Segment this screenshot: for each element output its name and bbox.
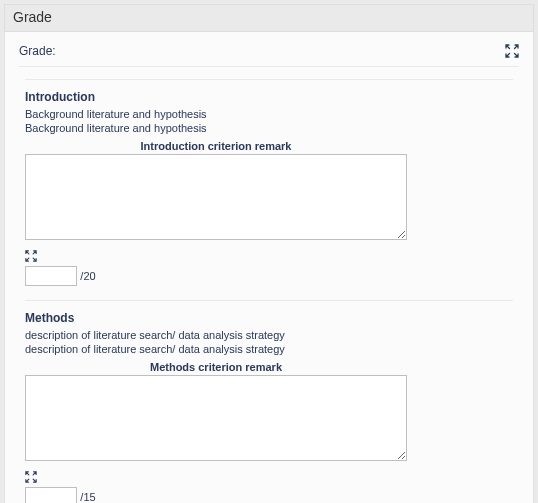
panel-header: Grade: [19,44,519,67]
criterion-description: description of literature search/ data a… [25,343,513,355]
criterion-description: Background literature and hypothesis [25,122,513,134]
remark-label: Methods criterion remark [25,361,407,373]
criterion-description: Background literature and hypothesis [25,108,513,120]
score-row: /20 [25,250,513,286]
criterion-section-introduction: Introduction Background literature and h… [25,79,513,300]
criterion-title: Introduction [25,90,513,104]
criterion-description: description of literature search/ data a… [25,329,513,341]
remark-label: Introduction criterion remark [25,140,407,152]
expand-icon[interactable] [505,44,519,58]
grade-container: Grade Grade: Introduction Background lit… [0,0,538,503]
score-row: /15 [25,471,513,503]
score-max: /15 [80,491,95,503]
grade-label: Grade: [19,44,56,58]
score-max: /20 [80,270,95,282]
remark-textarea[interactable] [25,375,407,461]
score-input[interactable] [25,487,77,503]
page-title: Grade [4,4,534,31]
score-input[interactable] [25,266,77,286]
expand-icon[interactable] [25,250,37,262]
criterion-section-methods: Methods description of literature search… [25,300,513,503]
grade-panel: Grade: Introduction Background literatur… [4,31,534,503]
expand-icon[interactable] [25,471,37,483]
criterion-title: Methods [25,311,513,325]
remark-textarea[interactable] [25,154,407,240]
